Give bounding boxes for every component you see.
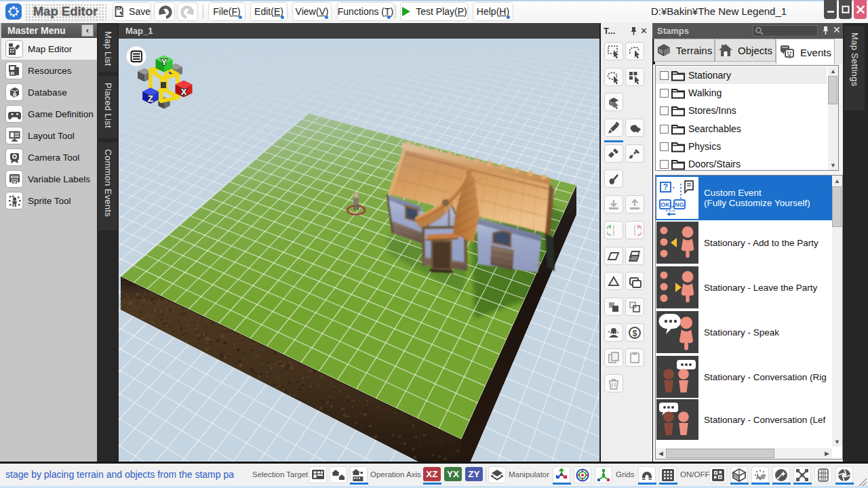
svg-text:?: ?: [663, 182, 668, 192]
svg-text:OK: OK: [660, 201, 670, 208]
svg-text:D: D: [13, 92, 17, 98]
svg-text:R: R: [10, 70, 14, 76]
svg-text:Z: Z: [148, 94, 153, 104]
svg-text:X: X: [181, 87, 187, 97]
svg-text:$: $: [633, 328, 637, 338]
svg-text:NG: NG: [675, 201, 684, 208]
svg-text:Y: Y: [161, 57, 167, 67]
